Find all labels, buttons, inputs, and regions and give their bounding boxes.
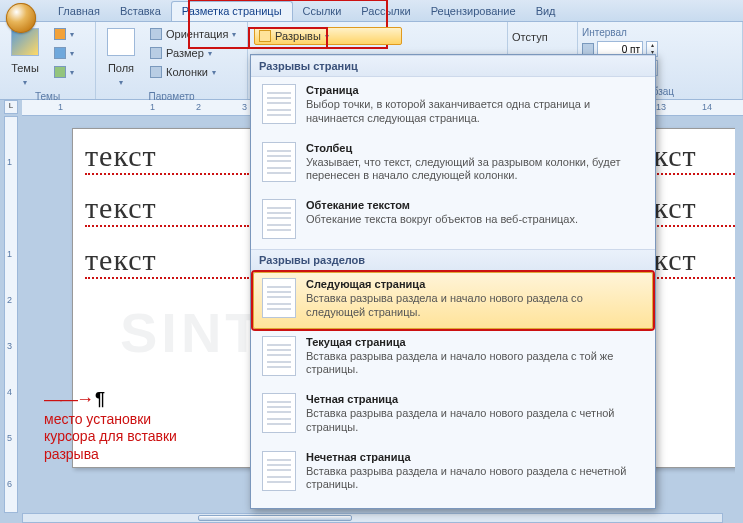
scrollbar-thumb[interactable] [198,515,352,521]
menu-item-title: Текущая страница [306,336,642,348]
size-button[interactable]: Размер▾ [145,44,241,62]
menu-item-title: Обтекание текстом [306,199,578,211]
textwrap-break-icon [262,199,296,239]
orientation-icon [150,28,162,40]
page-break-icon [262,84,296,124]
menu-item-page-break[interactable]: СтраницаВыбор точки, в которой заканчива… [253,78,653,135]
menu-item-desc: Вставка разрыва раздела и начало нового … [306,350,642,378]
next-page-section-icon [262,278,296,318]
menu-item-title: Страница [306,84,642,96]
theme-fonts-button[interactable]: ▾ [49,44,79,62]
sample-text-line: текст [85,191,249,227]
orientation-button[interactable]: Ориентация▾ [145,25,241,43]
menu-item-title: Четная страница [306,393,642,405]
sample-text-line: текст [85,243,249,279]
menu-item-desc: Вставка разрыва раздела и начало нового … [306,465,642,493]
arrow-icon: ——→ ¶ [44,388,204,411]
menu-item-next-page-section[interactable]: Следующая страницаВставка разрыва раздел… [253,272,653,329]
breaks-dropdown-menu: Разрывы страниц СтраницаВыбор точки, в к… [250,54,656,509]
column-break-icon [262,142,296,182]
group-themes: Темы▾ ▾ ▾ ▾ Темы [0,22,96,99]
columns-button[interactable]: Колонки▾ [145,63,241,81]
tab-home[interactable]: Главная [48,2,110,21]
menu-item-even-page-section[interactable]: Четная страницаВставка разрыва раздела и… [253,387,653,444]
palette-icon [54,28,66,40]
theme-colors-button[interactable]: ▾ [49,25,79,43]
theme-effects-button[interactable]: ▾ [49,63,79,81]
tab-references[interactable]: Ссылки [293,2,352,21]
tab-insert[interactable]: Вставка [110,2,171,21]
menu-item-title: Нечетная страница [306,451,642,463]
effects-icon [54,66,66,78]
breaks-button[interactable]: Разрывы▾ [254,27,402,45]
ruler-vertical[interactable]: 11234567 [4,116,18,513]
margins-icon [107,28,135,56]
spacing-label: Интервал [582,27,658,38]
menu-section-page-breaks: Разрывы страниц [251,55,655,77]
annotation-callout: ——→ ¶ место установки курсора для вставк… [44,388,204,463]
menu-item-desc: Обтекание текста вокруг объектов на веб-… [306,213,578,227]
margins-button[interactable]: Поля▾ [100,25,142,90]
breaks-icon [259,30,271,42]
sample-text-line: текст [85,139,249,175]
menu-item-desc: Выбор точки, в которой заканчивается одн… [306,98,642,126]
fonts-icon [54,47,66,59]
ribbon-tabs: Главная Вставка Разметка страницы Ссылки… [0,0,743,22]
menu-item-desc: Указывает, что текст, следующий за разры… [306,156,642,184]
pilcrow-mark: ¶ [95,389,103,409]
themes-button[interactable]: Темы▾ [4,25,46,90]
even-page-section-icon [262,393,296,433]
tab-layout[interactable]: Разметка страницы [171,1,293,21]
tab-mailings[interactable]: Рассылки [351,2,420,21]
scrollbar-horizontal[interactable] [22,513,723,523]
size-label: Размер [166,47,204,59]
ruler-corner[interactable]: L [4,100,18,114]
menu-item-text-wrap-break[interactable]: Обтекание текстомОбтекание текста вокруг… [253,193,653,248]
menu-item-desc: Вставка разрыва раздела и начало нового … [306,292,642,320]
menu-item-continuous-section[interactable]: Текущая страницаВставка разрыва раздела … [253,330,653,387]
tab-view[interactable]: Вид [526,2,566,21]
margins-label: Поля [108,62,134,74]
columns-icon [150,66,162,78]
breaks-label: Разрывы [275,30,321,42]
indent-label: Отступ [512,31,548,43]
orientation-label: Ориентация [166,28,228,40]
menu-item-desc: Вставка разрыва раздела и начало нового … [306,407,642,435]
menu-item-column-break[interactable]: СтолбецУказывает, что текст, следующий з… [253,136,653,193]
themes-label: Темы [11,62,39,74]
continuous-section-icon [262,336,296,376]
annotation-text: место установки курсора для вставки разр… [44,411,177,462]
menu-item-odd-page-section[interactable]: Нечетная страницаВставка разрыва раздела… [253,445,653,502]
group-page-setup: Поля▾ Ориентация▾ Размер▾ Колонки▾ Парам… [96,22,248,99]
menu-section-section-breaks: Разрывы разделов [251,249,655,271]
menu-item-title: Столбец [306,142,642,154]
menu-item-title: Следующая страница [306,278,642,290]
size-icon [150,47,162,59]
columns-label: Колонки [166,66,208,78]
tab-review[interactable]: Рецензирование [421,2,526,21]
odd-page-section-icon [262,451,296,491]
